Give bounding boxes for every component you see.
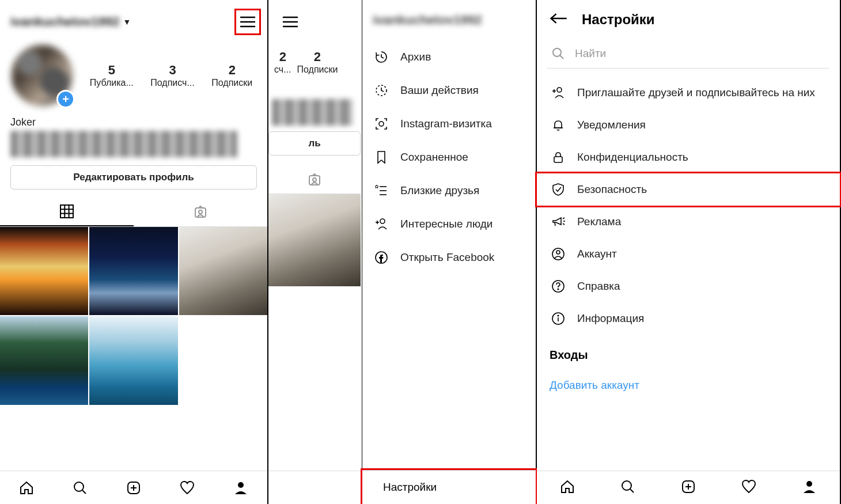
post-thumb[interactable] [268,194,361,286]
menu-item-discover[interactable]: Интересные люди [362,207,536,241]
menu-item-settings[interactable]: Настройки [362,470,536,504]
profile-screen: ivankuchetov1992 ▼ + 5 Публика... 3 Подп… [0,0,268,504]
settings-screen: Настройки Найти Приглашайте друзей и под… [537,0,841,504]
settings-item-invite[interactable]: Приглашайте друзей и подписывайтесь на н… [537,77,840,109]
hamburger-menu-button[interactable] [236,10,259,33]
username-text: ivankuchetov1992 [10,14,120,29]
post-thumb[interactable] [179,227,267,315]
heart-icon [741,479,757,495]
settings-list: Приглашайте друзей и подписывайтесь на н… [537,75,840,336]
back-button[interactable] [548,12,568,28]
svg-point-9 [199,210,202,214]
hamburger-icon [282,16,298,28]
settings-item-label: Информация [577,312,644,325]
nav-profile[interactable] [801,479,817,497]
svg-point-36 [557,88,562,92]
menu-item-label: Интересные люди [400,218,493,230]
side-menu: ivankuchetov1992 Архив Ваши действия Ins… [362,0,536,504]
svg-rect-3 [60,205,73,218]
svg-rect-8 [195,208,206,217]
profile-header: ivankuchetov1992 ▼ [0,0,267,39]
settings-item-about[interactable]: Информация [537,302,840,335]
profile-with-menu-screen: 2 сч... 2 Подписки ль [268,0,537,504]
settings-item-ads[interactable]: Реклама [537,206,840,238]
facebook-icon [373,250,390,265]
search-icon [620,479,636,495]
nav-add[interactable] [680,479,696,497]
settings-item-help[interactable]: Справка [537,270,840,302]
chevron-down-icon: ▼ [123,17,131,26]
search-placeholder: Найти [575,47,606,60]
nav-activity[interactable] [178,479,196,497]
post-thumb[interactable] [89,316,177,404]
profile-info-row: + 5 Публика... 3 Подписч... 2 Подписки [0,39,267,112]
lock-icon [550,150,567,165]
nav-profile[interactable] [232,479,250,497]
post-thumb[interactable] [0,316,88,404]
menu-item-label: Архив [400,51,431,63]
nav-home[interactable] [559,479,575,497]
tab-grid[interactable] [0,198,134,226]
person-circle-icon [550,247,567,262]
settings-item-notifications[interactable]: Уведомления [537,109,840,141]
bio-text-blurred [272,99,353,126]
home-icon [18,480,35,496]
svg-rect-19 [309,176,320,185]
add-person-icon [373,217,390,232]
tab-tagged[interactable] [268,166,361,194]
profile-stats: 5 Публика... 3 Подписч... 2 Подписки [85,63,257,88]
stat-followers-partial[interactable]: 2 сч... [274,50,291,75]
svg-point-48 [558,289,559,290]
posts-grid [0,227,267,405]
add-account-link[interactable]: Добавить аккаунт [537,367,840,403]
settings-item-privacy[interactable]: Конфиденциальность [537,141,840,173]
home-icon [559,479,575,495]
stat-following[interactable]: 2 Подписки [211,63,252,88]
history-icon [373,50,390,65]
username-dropdown[interactable]: ivankuchetov1992 ▼ [10,14,131,29]
nav-search[interactable] [71,479,89,497]
avatar[interactable]: + [10,44,74,107]
menu-item-nametag[interactable]: Instagram-визитка [362,107,536,141]
settings-item-account[interactable]: Аккаунт [537,238,840,270]
svg-line-11 [82,490,86,494]
settings-item-security[interactable]: Безопасность [537,173,840,206]
bio-block: Joker [0,112,267,165]
add-story-badge[interactable]: + [56,90,75,108]
svg-line-43 [563,223,565,225]
nav-home[interactable] [17,479,36,497]
add-icon [126,480,142,496]
post-thumb[interactable] [0,227,88,315]
hamburger-menu-button[interactable] [279,10,302,33]
nav-activity[interactable] [741,479,757,497]
nav-search[interactable] [620,479,636,497]
post-thumb[interactable] [89,227,177,315]
svg-point-34 [553,48,561,56]
menu-item-label: Настройки [383,481,437,494]
settings-header: Настройки [537,0,840,37]
bottom-nav-partial [268,471,363,504]
tab-tagged[interactable] [134,198,267,226]
edit-profile-button[interactable]: Редактировать профиль [10,165,257,190]
nav-add[interactable] [124,479,143,497]
menu-item-label: Instagram-визитка [400,118,492,130]
list-star-icon [373,183,390,198]
bottom-nav [0,471,267,504]
svg-line-41 [563,218,565,219]
edit-profile-button-partial[interactable]: ль [268,131,361,156]
bookmark-icon [373,150,390,165]
menu-item-close-friends[interactable]: Близкие друзья [362,174,536,207]
hamburger-icon [240,16,256,28]
settings-item-label: Реклама [577,215,621,228]
add-person-icon [550,85,567,100]
settings-search[interactable]: Найти [547,39,829,69]
stat-posts[interactable]: 5 Публика... [90,63,134,88]
menu-item-archive[interactable]: Архив [362,40,536,74]
svg-point-50 [558,315,559,316]
stat-followers[interactable]: 3 Подписч... [150,63,194,88]
menu-item-activity[interactable]: Ваши действия [362,74,536,107]
stat-following-partial[interactable]: 2 Подписки [297,50,338,75]
menu-item-facebook[interactable]: Открыть Facebook [362,241,536,274]
logins-section-header: Входы [537,336,840,367]
menu-item-saved[interactable]: Сохраненное [362,141,536,174]
